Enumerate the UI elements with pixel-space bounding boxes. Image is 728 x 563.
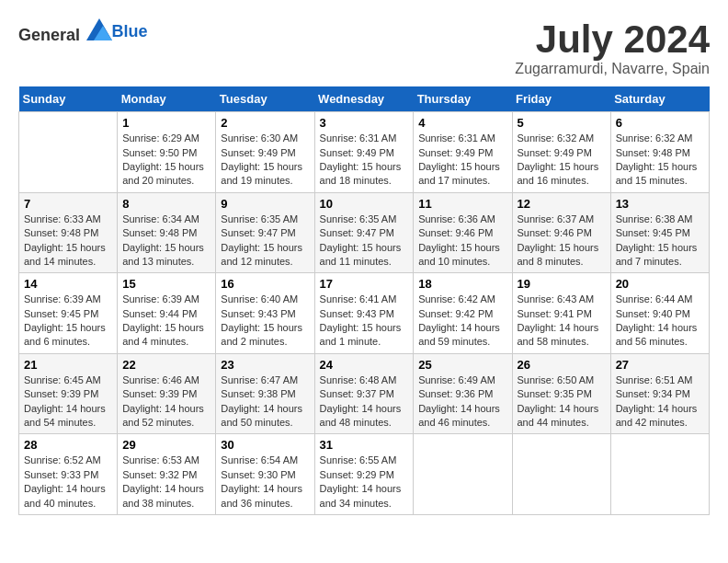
day-number: 17 [320, 277, 409, 291]
day-header-monday: Monday [118, 86, 216, 112]
day-info: Sunrise: 6:48 AM Sunset: 9:37 PM Dayligh… [320, 373, 409, 431]
calendar-cell: 30Sunrise: 6:54 AM Sunset: 9:30 PM Dayli… [216, 434, 314, 515]
day-info: Sunrise: 6:41 AM Sunset: 9:43 PM Dayligh… [320, 293, 409, 350]
day-number: 29 [122, 438, 210, 452]
day-number: 28 [24, 438, 112, 452]
day-info: Sunrise: 6:54 AM Sunset: 9:30 PM Dayligh… [221, 454, 309, 511]
day-number: 20 [616, 277, 704, 291]
day-number: 5 [518, 116, 606, 130]
day-info: Sunrise: 6:44 AM Sunset: 9:40 PM Dayligh… [616, 293, 704, 350]
day-number: 13 [616, 197, 704, 211]
day-number: 25 [418, 358, 506, 372]
calendar-cell: 24Sunrise: 6:48 AM Sunset: 9:37 PM Dayli… [314, 353, 414, 434]
calendar-cell: 31Sunrise: 6:55 AM Sunset: 9:29 PM Dayli… [314, 434, 414, 515]
calendar-cell: 5Sunrise: 6:32 AM Sunset: 9:49 PM Daylig… [512, 112, 610, 193]
day-number: 4 [418, 116, 506, 130]
logo-blue: Blue [112, 22, 148, 40]
calendar-table: SundayMondayTuesdayWednesdayThursdayFrid… [18, 86, 710, 515]
day-info: Sunrise: 6:40 AM Sunset: 9:43 PM Dayligh… [221, 293, 309, 350]
week-row-1: 1Sunrise: 6:29 AM Sunset: 9:50 PM Daylig… [19, 112, 710, 193]
day-header-thursday: Thursday [414, 86, 512, 112]
calendar-cell: 11Sunrise: 6:36 AM Sunset: 9:46 PM Dayli… [414, 192, 512, 273]
day-number: 19 [518, 277, 606, 291]
calendar-cell: 7Sunrise: 6:33 AM Sunset: 9:48 PM Daylig… [19, 192, 118, 273]
day-info: Sunrise: 6:50 AM Sunset: 9:35 PM Dayligh… [518, 373, 606, 431]
day-number: 3 [320, 116, 409, 130]
week-row-2: 7Sunrise: 6:33 AM Sunset: 9:48 PM Daylig… [19, 192, 710, 273]
day-info: Sunrise: 6:55 AM Sunset: 9:29 PM Dayligh… [320, 454, 409, 511]
day-number: 8 [122, 197, 210, 211]
calendar-cell [610, 434, 709, 515]
calendar-cell: 20Sunrise: 6:44 AM Sunset: 9:40 PM Dayli… [610, 273, 709, 354]
day-number: 9 [221, 197, 309, 211]
calendar-cell: 22Sunrise: 6:46 AM Sunset: 9:39 PM Dayli… [118, 353, 216, 434]
logo-icon [86, 18, 112, 40]
day-number: 14 [24, 277, 112, 291]
day-info: Sunrise: 6:32 AM Sunset: 9:48 PM Dayligh… [616, 132, 704, 189]
day-number: 23 [221, 358, 309, 372]
calendar-cell: 12Sunrise: 6:37 AM Sunset: 9:46 PM Dayli… [512, 192, 610, 273]
day-header-friday: Friday [512, 86, 610, 112]
day-number: 1 [122, 116, 210, 130]
calendar-cell: 17Sunrise: 6:41 AM Sunset: 9:43 PM Dayli… [314, 273, 414, 354]
day-header-tuesday: Tuesday [216, 86, 314, 112]
title-area: July 2024 Zugarramurdi, Navarre, Spain [515, 18, 710, 77]
day-info: Sunrise: 6:34 AM Sunset: 9:48 PM Dayligh… [122, 213, 210, 270]
header-row: SundayMondayTuesdayWednesdayThursdayFrid… [19, 86, 710, 112]
week-row-4: 21Sunrise: 6:45 AM Sunset: 9:39 PM Dayli… [19, 353, 710, 434]
day-info: Sunrise: 6:36 AM Sunset: 9:46 PM Dayligh… [418, 213, 506, 270]
calendar-cell: 27Sunrise: 6:51 AM Sunset: 9:34 PM Dayli… [610, 353, 709, 434]
day-info: Sunrise: 6:45 AM Sunset: 9:39 PM Dayligh… [24, 373, 112, 431]
day-info: Sunrise: 6:37 AM Sunset: 9:46 PM Dayligh… [518, 213, 606, 270]
calendar-cell: 29Sunrise: 6:53 AM Sunset: 9:32 PM Dayli… [118, 434, 216, 515]
day-number: 22 [122, 358, 210, 372]
day-number: 2 [221, 116, 309, 130]
day-number: 18 [418, 277, 506, 291]
day-info: Sunrise: 6:39 AM Sunset: 9:44 PM Dayligh… [122, 293, 210, 350]
calendar-cell: 6Sunrise: 6:32 AM Sunset: 9:48 PM Daylig… [610, 112, 709, 193]
calendar-cell: 28Sunrise: 6:52 AM Sunset: 9:33 PM Dayli… [19, 434, 118, 515]
day-info: Sunrise: 6:29 AM Sunset: 9:50 PM Dayligh… [122, 132, 210, 189]
day-number: 10 [320, 197, 409, 211]
day-info: Sunrise: 6:30 AM Sunset: 9:49 PM Dayligh… [221, 132, 309, 189]
day-info: Sunrise: 6:33 AM Sunset: 9:48 PM Dayligh… [24, 213, 112, 270]
calendar-cell [19, 112, 118, 193]
day-info: Sunrise: 6:53 AM Sunset: 9:32 PM Dayligh… [122, 454, 210, 511]
day-info: Sunrise: 6:31 AM Sunset: 9:49 PM Dayligh… [320, 132, 409, 189]
day-header-saturday: Saturday [610, 86, 709, 112]
calendar-cell: 3Sunrise: 6:31 AM Sunset: 9:49 PM Daylig… [314, 112, 414, 193]
day-info: Sunrise: 6:49 AM Sunset: 9:36 PM Dayligh… [418, 373, 506, 431]
day-number: 15 [122, 277, 210, 291]
logo: General Blue [18, 18, 148, 45]
day-info: Sunrise: 6:43 AM Sunset: 9:41 PM Dayligh… [518, 293, 606, 350]
day-number: 26 [518, 358, 606, 372]
day-number: 12 [518, 197, 606, 211]
day-info: Sunrise: 6:31 AM Sunset: 9:49 PM Dayligh… [418, 132, 506, 189]
day-number: 30 [221, 438, 309, 452]
calendar-cell: 2Sunrise: 6:30 AM Sunset: 9:49 PM Daylig… [216, 112, 314, 193]
main-title: July 2024 [515, 18, 710, 61]
calendar-cell: 23Sunrise: 6:47 AM Sunset: 9:38 PM Dayli… [216, 353, 314, 434]
day-number: 11 [418, 197, 506, 211]
week-row-3: 14Sunrise: 6:39 AM Sunset: 9:45 PM Dayli… [19, 273, 710, 354]
day-number: 31 [320, 438, 409, 452]
calendar-cell: 4Sunrise: 6:31 AM Sunset: 9:49 PM Daylig… [414, 112, 512, 193]
day-info: Sunrise: 6:38 AM Sunset: 9:45 PM Dayligh… [616, 213, 704, 270]
day-number: 6 [616, 116, 704, 130]
day-number: 27 [616, 358, 704, 372]
calendar-cell: 14Sunrise: 6:39 AM Sunset: 9:45 PM Dayli… [19, 273, 118, 354]
day-info: Sunrise: 6:39 AM Sunset: 9:45 PM Dayligh… [24, 293, 112, 350]
day-number: 21 [24, 358, 112, 372]
calendar-cell: 19Sunrise: 6:43 AM Sunset: 9:41 PM Dayli… [512, 273, 610, 354]
day-info: Sunrise: 6:35 AM Sunset: 9:47 PM Dayligh… [221, 213, 309, 270]
day-number: 7 [24, 197, 112, 211]
header: General Blue July 2024 Zugarramurdi, Nav… [18, 18, 710, 77]
calendar-cell: 1Sunrise: 6:29 AM Sunset: 9:50 PM Daylig… [118, 112, 216, 193]
calendar-cell [414, 434, 512, 515]
calendar-cell: 25Sunrise: 6:49 AM Sunset: 9:36 PM Dayli… [414, 353, 512, 434]
calendar-cell: 26Sunrise: 6:50 AM Sunset: 9:35 PM Dayli… [512, 353, 610, 434]
day-info: Sunrise: 6:52 AM Sunset: 9:33 PM Dayligh… [24, 454, 112, 511]
day-number: 24 [320, 358, 409, 372]
day-info: Sunrise: 6:46 AM Sunset: 9:39 PM Dayligh… [122, 373, 210, 431]
subtitle: Zugarramurdi, Navarre, Spain [515, 61, 710, 77]
